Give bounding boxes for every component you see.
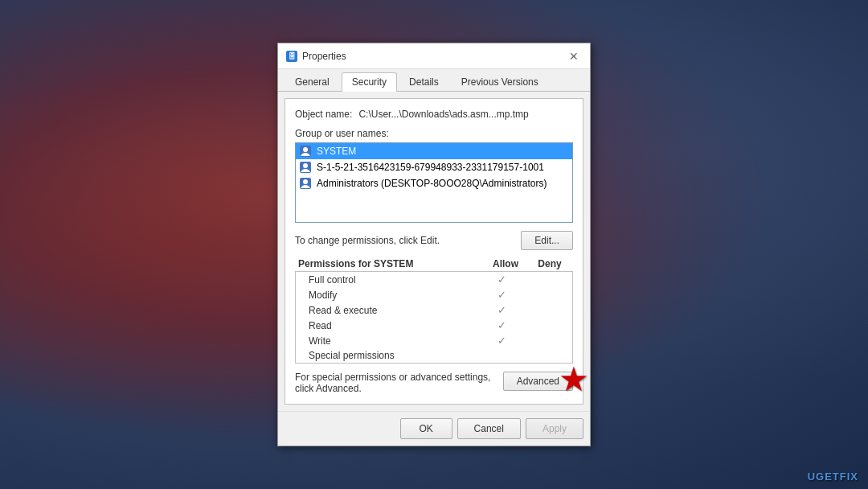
user-name-sid: S-1-5-21-3516423159-679948933-2331179157…: [317, 162, 544, 173]
watermark-u: U: [808, 471, 816, 483]
title-icon: 🗄: [286, 51, 297, 62]
change-perm-text: To change permissions, click Edit.: [295, 235, 440, 246]
allow-header: Allow: [481, 258, 530, 269]
object-name-value: C:\User...\Downloads\ads.asm...mp.tmp: [358, 109, 528, 120]
perm-row-readexecute: Read & execute ✓: [296, 302, 572, 318]
perm-row-write: Write ✓: [296, 333, 572, 348]
cancel-button[interactable]: Cancel: [457, 418, 521, 439]
perm-name-read: Read: [302, 320, 477, 331]
perm-table: Full control ✓ Modify ✓ Read & execute ✓…: [295, 271, 573, 364]
object-name-label: Object name:: [295, 109, 352, 120]
svg-point-5: [303, 179, 308, 184]
advanced-text: For special permissions or advanced sett…: [295, 372, 495, 394]
title-bar-left: 🗄 Properties: [286, 51, 346, 62]
tab-details[interactable]: Details: [399, 72, 449, 91]
perm-allow-readexecute: ✓: [477, 304, 526, 316]
perm-allow-modify: ✓: [477, 289, 526, 301]
watermark-fix: FIX: [840, 471, 858, 483]
advanced-button[interactable]: Advanced: [503, 372, 573, 391]
svg-point-1: [303, 147, 308, 152]
perm-name-write: Write: [302, 335, 477, 347]
user-item-system[interactable]: SYSTEM: [296, 143, 572, 159]
tab-previous-versions[interactable]: Previous Versions: [451, 72, 549, 91]
apply-button[interactable]: Apply: [526, 418, 583, 439]
change-perm-row: To change permissions, click Edit. Edit.…: [295, 231, 573, 250]
user-name-admins: Administrators (DESKTOP-8OOO28Q\Administ…: [317, 178, 547, 189]
perm-row-modify: Modify ✓: [296, 287, 572, 302]
title-bar: 🗄 Properties ✕: [278, 43, 590, 69]
object-name-row: Object name: C:\User...\Downloads\ads.as…: [295, 109, 573, 120]
tab-security[interactable]: Security: [342, 72, 397, 92]
permissions-section: Permissions for SYSTEM Allow Deny Full c…: [295, 258, 573, 364]
tab-bar: General Security Details Previous Versio…: [278, 69, 590, 92]
perm-row-special: Special permissions: [296, 348, 572, 363]
user-icon-sid: [299, 161, 312, 174]
svg-point-3: [303, 163, 308, 168]
user-icon-admins: [299, 177, 312, 190]
ok-button[interactable]: OK: [400, 418, 452, 439]
dialog-title: Properties: [302, 51, 346, 62]
tab-general[interactable]: General: [285, 72, 340, 91]
watermark-getfix: GET: [816, 471, 840, 483]
user-name-system: SYSTEM: [317, 146, 356, 157]
properties-dialog: 🗄 Properties ✕ General Security Details …: [277, 43, 591, 446]
user-item-sid[interactable]: S-1-5-21-3516423159-679948933-2331179157…: [296, 159, 572, 175]
edit-button[interactable]: Edit...: [521, 231, 573, 250]
perm-row-fullcontrol: Full control ✓: [296, 272, 572, 287]
bottom-buttons: OK Cancel Apply: [278, 411, 590, 446]
advanced-row: For special permissions or advanced sett…: [295, 372, 573, 394]
perm-name-readexecute: Read & execute: [302, 305, 477, 316]
perm-allow-fullcontrol: ✓: [477, 273, 526, 286]
perm-name-fullcontrol: Full control: [302, 274, 477, 286]
perm-name-special: Special permissions: [302, 350, 477, 361]
close-button[interactable]: ✕: [566, 48, 582, 64]
security-content: Object name: C:\User...\Downloads\ads.as…: [285, 98, 583, 405]
deny-header: Deny: [530, 258, 570, 269]
permissions-label: Permissions for SYSTEM: [298, 258, 481, 269]
perm-allow-write: ✓: [477, 335, 526, 347]
perm-row-read: Read ✓: [296, 318, 572, 333]
watermark: UGETFIX: [808, 471, 858, 483]
user-icon-system: [299, 145, 312, 158]
group-label: Group or user names:: [295, 128, 573, 139]
perm-allow-read: ✓: [477, 319, 526, 331]
user-item-admins[interactable]: Administrators (DESKTOP-8OOO28Q\Administ…: [296, 175, 572, 191]
perm-name-modify: Modify: [302, 290, 477, 301]
perm-header: Permissions for SYSTEM Allow Deny: [295, 258, 573, 269]
users-list[interactable]: SYSTEM S-1-5-21-3516423159-679948933-233…: [295, 142, 573, 223]
